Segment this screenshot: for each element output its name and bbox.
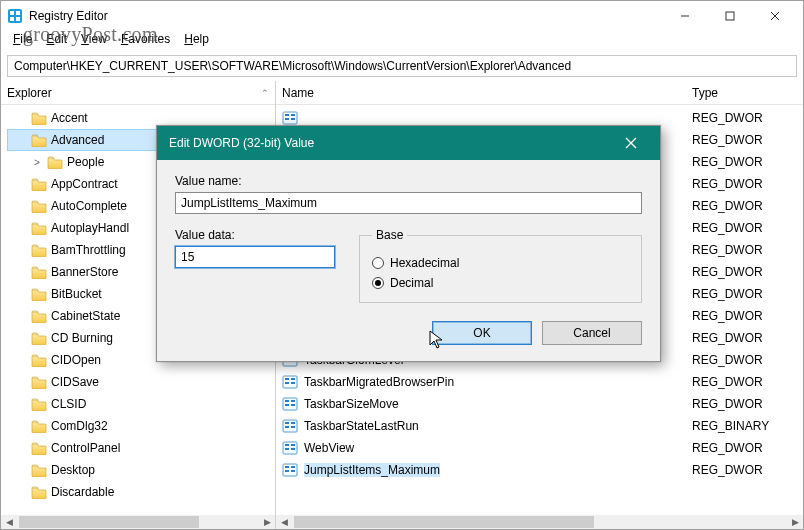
ok-button[interactable]: OK — [432, 321, 532, 345]
dialog-titlebar[interactable]: Edit DWORD (32-bit) Value — [157, 126, 660, 160]
scroll-thumb[interactable] — [294, 516, 594, 528]
menubar: FileEditViewFavoritesHelp — [1, 31, 803, 51]
folder-icon — [31, 309, 47, 323]
list-row[interactable]: TaskbarSizeMoveREG_DWOR — [276, 393, 803, 415]
list-row[interactable]: JumpListItems_MaximumREG_DWOR — [276, 459, 803, 481]
minimize-button[interactable] — [662, 1, 707, 31]
value-type: REG_DWOR — [692, 463, 803, 477]
close-button[interactable] — [752, 1, 797, 31]
menu-file[interactable]: File — [7, 31, 38, 51]
folder-icon — [31, 111, 47, 125]
folder-icon — [31, 265, 47, 279]
tree-item-label: CIDSave — [51, 375, 99, 389]
dialog-close-button[interactable] — [614, 126, 648, 160]
menu-view[interactable]: View — [75, 31, 113, 51]
tree-hscroll[interactable]: ◀ ▶ — [1, 515, 276, 529]
menu-help[interactable]: Help — [178, 31, 215, 51]
folder-icon — [31, 287, 47, 301]
menu-favorites[interactable]: Favorites — [115, 31, 176, 51]
tree-item-label: ControlPanel — [51, 441, 120, 455]
folder-icon — [31, 397, 47, 411]
value-type: REG_DWOR — [692, 331, 803, 345]
folder-icon — [31, 419, 47, 433]
tree-header-caret: ⌃ — [261, 88, 269, 98]
tree-item-label: BitBucket — [51, 287, 102, 301]
value-name: JumpListItems_Maximum — [304, 463, 440, 477]
tree-item[interactable]: CIDSave — [7, 371, 275, 393]
app-icon — [7, 8, 23, 24]
scroll-right-icon[interactable]: ▶ — [787, 515, 803, 529]
tree-item[interactable]: Desktop — [7, 459, 275, 481]
tree-item-label: CabinetState — [51, 309, 120, 323]
value-type: REG_BINARY — [692, 419, 803, 433]
tree-item-label: Desktop — [51, 463, 95, 477]
value-icon — [282, 396, 298, 412]
cancel-button[interactable]: Cancel — [542, 321, 642, 345]
value-type: REG_DWOR — [692, 177, 803, 191]
tree-item-label: CIDOpen — [51, 353, 101, 367]
value-data-input[interactable] — [175, 246, 335, 268]
value-icon — [282, 440, 298, 456]
address-bar[interactable]: Computer\HKEY_CURRENT_USER\SOFTWARE\Micr… — [7, 55, 797, 77]
scroll-thumb[interactable] — [19, 516, 199, 528]
window-title: Registry Editor — [29, 9, 662, 23]
value-type: REG_DWOR — [692, 287, 803, 301]
value-type: REG_DWOR — [692, 199, 803, 213]
value-type: REG_DWOR — [692, 221, 803, 235]
scrollbar-strip: ◀ ▶ ◀ ▶ — [1, 515, 803, 529]
list-row[interactable]: WebViewREG_DWOR — [276, 437, 803, 459]
base-fieldset: Base Hexadecimal Decimal — [359, 228, 642, 303]
scroll-left-icon[interactable]: ◀ — [1, 515, 17, 529]
menu-edit[interactable]: Edit — [40, 31, 73, 51]
value-icon — [282, 418, 298, 434]
radio-dec-label: Decimal — [390, 276, 433, 290]
folder-icon — [31, 199, 47, 213]
value-icon — [282, 110, 298, 126]
list-header[interactable]: Name Type — [276, 81, 803, 105]
folder-icon — [31, 177, 47, 191]
col-name[interactable]: Name — [282, 86, 692, 100]
base-legend: Base — [372, 228, 407, 242]
tree-item-label: AutoplayHandl — [51, 221, 129, 235]
tree-item[interactable]: ComDlg32 — [7, 415, 275, 437]
tree-item[interactable]: ControlPanel — [7, 437, 275, 459]
folder-icon — [31, 485, 47, 499]
tree-header[interactable]: Explorer ⌃ — [1, 81, 275, 105]
tree-item-label: BannerStore — [51, 265, 118, 279]
list-row[interactable]: TaskbarStateLastRunREG_BINARY — [276, 415, 803, 437]
folder-icon — [31, 441, 47, 455]
value-name-field[interactable]: JumpListItems_Maximum — [175, 192, 642, 214]
value-type: REG_DWOR — [692, 353, 803, 367]
tree-item[interactable]: CLSID — [7, 393, 275, 415]
folder-icon — [31, 353, 47, 367]
scroll-left-icon[interactable]: ◀ — [276, 515, 292, 529]
value-name: TaskbarMigratedBrowserPin — [304, 375, 454, 389]
folder-icon — [47, 155, 63, 169]
radio-dot-icon — [372, 277, 384, 289]
folder-icon — [31, 221, 47, 235]
scroll-right-icon[interactable]: ▶ — [259, 515, 275, 529]
tree-item[interactable]: Discardable — [7, 481, 275, 503]
radio-hexadecimal[interactable]: Hexadecimal — [372, 256, 629, 270]
value-data-label: Value data: — [175, 228, 335, 242]
folder-icon — [31, 331, 47, 345]
maximize-button[interactable] — [707, 1, 752, 31]
radio-dot-icon — [372, 257, 384, 269]
radio-decimal[interactable]: Decimal — [372, 276, 629, 290]
tree-item-label: BamThrottling — [51, 243, 126, 257]
value-type: REG_DWOR — [692, 397, 803, 411]
col-type[interactable]: Type — [692, 86, 797, 100]
svg-rect-10 — [726, 12, 734, 20]
value-type: REG_DWOR — [692, 133, 803, 147]
list-row[interactable]: TaskbarMigratedBrowserPinREG_DWOR — [276, 371, 803, 393]
value-icon — [282, 374, 298, 390]
folder-icon — [31, 463, 47, 477]
value-type: REG_DWOR — [692, 309, 803, 323]
expander-icon[interactable]: > — [31, 157, 43, 168]
titlebar: Registry Editor — [1, 1, 803, 31]
list-hscroll[interactable]: ◀ ▶ — [276, 515, 803, 529]
folder-icon — [31, 243, 47, 257]
value-type: REG_DWOR — [692, 155, 803, 169]
tree-item-label: AppContract — [51, 177, 118, 191]
tree-header-label: Explorer — [7, 86, 52, 100]
